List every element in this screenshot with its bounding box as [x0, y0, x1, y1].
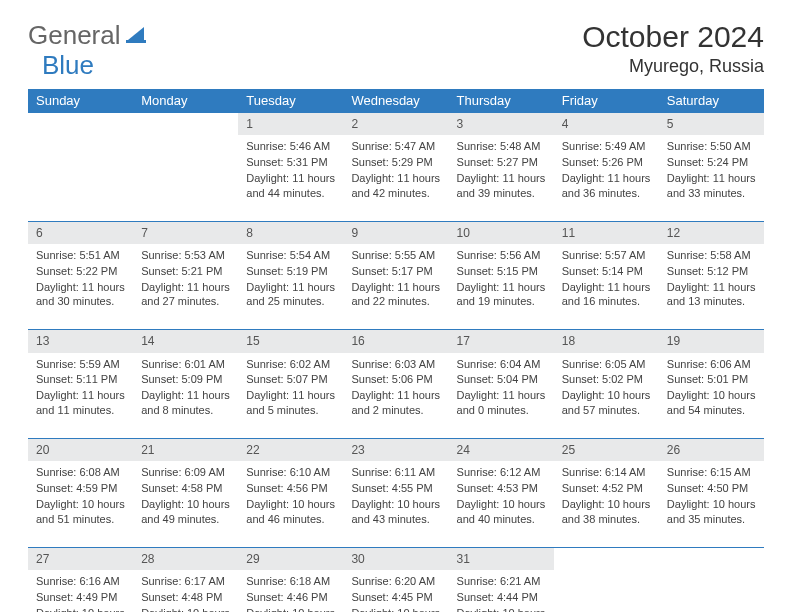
sunrise-line: Sunrise: 6:09 AM	[141, 465, 230, 480]
sunset-line: Sunset: 5:11 PM	[36, 372, 125, 387]
weekday-header: Thursday	[449, 89, 554, 113]
daylight-line: Daylight: 10 hours and 25 minutes.	[351, 606, 440, 612]
logo-text-blue: Blue	[42, 50, 94, 80]
day-number: 4	[554, 113, 659, 136]
day-number-row: 6789101112	[28, 221, 764, 244]
daylight-line: Daylight: 11 hours and 39 minutes.	[457, 171, 546, 201]
sunrise-line: Sunrise: 6:20 AM	[351, 574, 440, 589]
daylight-line: Daylight: 10 hours and 22 minutes.	[457, 606, 546, 612]
day-cell: Sunrise: 5:49 AMSunset: 5:26 PMDaylight:…	[554, 135, 659, 221]
sunrise-line: Sunrise: 6:02 AM	[246, 357, 335, 372]
day-cell: Sunrise: 5:55 AMSunset: 5:17 PMDaylight:…	[343, 244, 448, 330]
sunrise-line: Sunrise: 5:55 AM	[351, 248, 440, 263]
day-cell: Sunrise: 5:58 AMSunset: 5:12 PMDaylight:…	[659, 244, 764, 330]
empty-cell	[659, 570, 764, 612]
sunrise-line: Sunrise: 6:17 AM	[141, 574, 230, 589]
day-number: 3	[449, 113, 554, 136]
daylight-line: Daylight: 11 hours and 42 minutes.	[351, 171, 440, 201]
day-number: 13	[28, 330, 133, 353]
sunset-line: Sunset: 5:12 PM	[667, 264, 756, 279]
day-cell: Sunrise: 6:08 AMSunset: 4:59 PMDaylight:…	[28, 461, 133, 547]
sunrise-line: Sunrise: 5:49 AM	[562, 139, 651, 154]
daylight-line: Daylight: 11 hours and 33 minutes.	[667, 171, 756, 201]
daylight-line: Daylight: 11 hours and 19 minutes.	[457, 280, 546, 310]
title-block: October 2024 Myurego, Russia	[582, 20, 764, 77]
day-number: 31	[449, 547, 554, 570]
day-number-row: 20212223242526	[28, 439, 764, 462]
day-cell: Sunrise: 5:59 AMSunset: 5:11 PMDaylight:…	[28, 353, 133, 439]
day-cell: Sunrise: 6:15 AMSunset: 4:50 PMDaylight:…	[659, 461, 764, 547]
day-number: 15	[238, 330, 343, 353]
day-number: 10	[449, 221, 554, 244]
sunset-line: Sunset: 5:01 PM	[667, 372, 756, 387]
day-number: 19	[659, 330, 764, 353]
sunrise-line: Sunrise: 6:11 AM	[351, 465, 440, 480]
day-cell: Sunrise: 6:04 AMSunset: 5:04 PMDaylight:…	[449, 353, 554, 439]
sunrise-line: Sunrise: 5:57 AM	[562, 248, 651, 263]
sunset-line: Sunset: 4:58 PM	[141, 481, 230, 496]
day-body-row: Sunrise: 5:59 AMSunset: 5:11 PMDaylight:…	[28, 353, 764, 439]
daylight-line: Daylight: 10 hours and 57 minutes.	[562, 388, 651, 418]
daylight-line: Daylight: 11 hours and 8 minutes.	[141, 388, 230, 418]
daylight-line: Daylight: 11 hours and 13 minutes.	[667, 280, 756, 310]
page-title: October 2024	[582, 20, 764, 54]
day-number: 20	[28, 439, 133, 462]
day-cell: Sunrise: 5:47 AMSunset: 5:29 PMDaylight:…	[343, 135, 448, 221]
svg-marker-0	[128, 27, 144, 40]
day-cell: Sunrise: 6:02 AMSunset: 5:07 PMDaylight:…	[238, 353, 343, 439]
daylight-line: Daylight: 11 hours and 16 minutes.	[562, 280, 651, 310]
day-number: 18	[554, 330, 659, 353]
sunrise-line: Sunrise: 6:03 AM	[351, 357, 440, 372]
weekday-header: Tuesday	[238, 89, 343, 113]
sunset-line: Sunset: 4:49 PM	[36, 590, 125, 605]
empty-cell	[28, 135, 133, 221]
location-subtitle: Myurego, Russia	[582, 56, 764, 77]
sunrise-line: Sunrise: 5:50 AM	[667, 139, 756, 154]
daylight-line: Daylight: 11 hours and 11 minutes.	[36, 388, 125, 418]
day-number: 14	[133, 330, 238, 353]
weekday-header-row: SundayMondayTuesdayWednesdayThursdayFrid…	[28, 89, 764, 113]
header: General October 2024 Myurego, Russia	[28, 20, 764, 77]
sunset-line: Sunset: 4:46 PM	[246, 590, 335, 605]
day-number: 2	[343, 113, 448, 136]
sunrise-line: Sunrise: 6:08 AM	[36, 465, 125, 480]
daylight-line: Daylight: 11 hours and 30 minutes.	[36, 280, 125, 310]
day-cell: Sunrise: 6:03 AMSunset: 5:06 PMDaylight:…	[343, 353, 448, 439]
day-number: 21	[133, 439, 238, 462]
sunrise-line: Sunrise: 6:18 AM	[246, 574, 335, 589]
daylight-line: Daylight: 10 hours and 43 minutes.	[351, 497, 440, 527]
calendar-table: SundayMondayTuesdayWednesdayThursdayFrid…	[28, 89, 764, 612]
sunrise-line: Sunrise: 6:06 AM	[667, 357, 756, 372]
sunset-line: Sunset: 5:17 PM	[351, 264, 440, 279]
empty-cell	[28, 113, 133, 136]
day-number: 24	[449, 439, 554, 462]
day-cell: Sunrise: 6:17 AMSunset: 4:48 PMDaylight:…	[133, 570, 238, 612]
day-cell: Sunrise: 5:53 AMSunset: 5:21 PMDaylight:…	[133, 244, 238, 330]
day-number: 7	[133, 221, 238, 244]
day-cell: Sunrise: 6:14 AMSunset: 4:52 PMDaylight:…	[554, 461, 659, 547]
sunset-line: Sunset: 5:22 PM	[36, 264, 125, 279]
day-number: 22	[238, 439, 343, 462]
calendar-body: 12345Sunrise: 5:46 AMSunset: 5:31 PMDayl…	[28, 113, 764, 613]
day-number: 11	[554, 221, 659, 244]
sunset-line: Sunset: 5:31 PM	[246, 155, 335, 170]
day-cell: Sunrise: 6:21 AMSunset: 4:44 PMDaylight:…	[449, 570, 554, 612]
day-number: 23	[343, 439, 448, 462]
sunset-line: Sunset: 4:56 PM	[246, 481, 335, 496]
sunrise-line: Sunrise: 6:04 AM	[457, 357, 546, 372]
sunrise-line: Sunrise: 6:16 AM	[36, 574, 125, 589]
sunset-line: Sunset: 5:24 PM	[667, 155, 756, 170]
day-body-row: Sunrise: 6:08 AMSunset: 4:59 PMDaylight:…	[28, 461, 764, 547]
weekday-header: Wednesday	[343, 89, 448, 113]
day-number: 1	[238, 113, 343, 136]
weekday-header: Sunday	[28, 89, 133, 113]
empty-cell	[554, 547, 659, 570]
daylight-line: Daylight: 10 hours and 27 minutes.	[246, 606, 335, 612]
sunset-line: Sunset: 4:45 PM	[351, 590, 440, 605]
day-cell: Sunrise: 5:54 AMSunset: 5:19 PMDaylight:…	[238, 244, 343, 330]
daylight-line: Daylight: 10 hours and 49 minutes.	[141, 497, 230, 527]
daylight-line: Daylight: 11 hours and 44 minutes.	[246, 171, 335, 201]
sunrise-line: Sunrise: 5:48 AM	[457, 139, 546, 154]
sunset-line: Sunset: 4:52 PM	[562, 481, 651, 496]
sunset-line: Sunset: 5:06 PM	[351, 372, 440, 387]
